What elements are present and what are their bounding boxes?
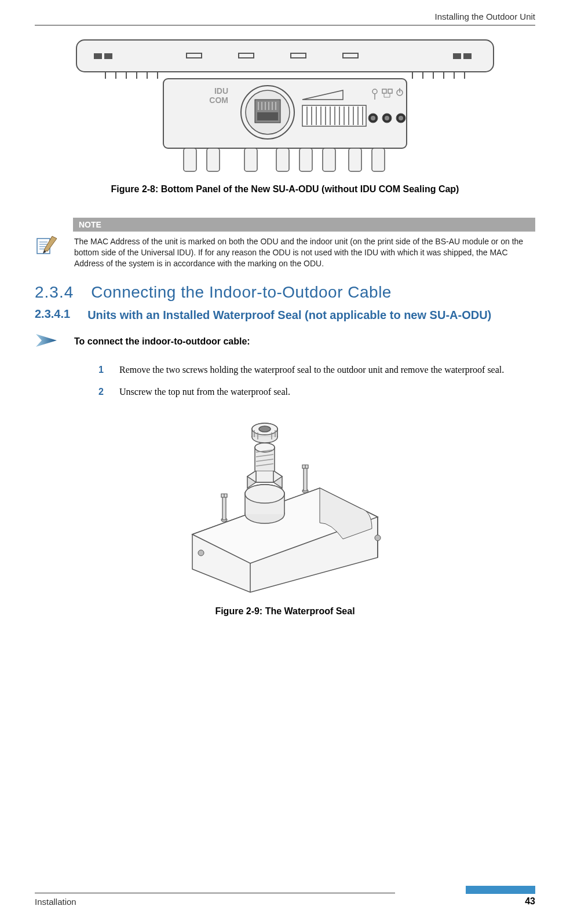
- svg-rect-25: [257, 112, 278, 120]
- svg-point-56: [371, 116, 375, 120]
- subsection-number: 2.3.4.1: [35, 307, 70, 321]
- svg-point-93: [259, 426, 271, 432]
- step-text: Remove the two screws holding the waterp…: [119, 363, 535, 377]
- svg-rect-66: [323, 148, 335, 171]
- step-text: Unscrew the top nut from the waterproof …: [119, 385, 535, 399]
- subsection-title: Units with an Installed Waterproof Seal …: [87, 307, 491, 322]
- section-2-3-4-1-heading: 2.3.4.1 Units with an Installed Waterpro…: [35, 307, 535, 322]
- figure-2-9-caption: Figure 2-9: The Waterproof Seal: [35, 606, 535, 617]
- step-2: 2 Unscrew the top nut from the waterproo…: [98, 385, 535, 399]
- page-number: 43: [395, 894, 535, 907]
- svg-point-80: [198, 550, 204, 556]
- svg-rect-65: [299, 148, 312, 171]
- svg-point-83: [245, 485, 284, 503]
- note-text: The MAC Address of the unit is marked on…: [73, 232, 535, 269]
- svg-rect-61: [184, 148, 196, 171]
- idu-label-2: COM: [209, 96, 228, 105]
- footer-rule: [35, 893, 395, 893]
- arrow-icon: [35, 332, 64, 351]
- svg-point-58: [385, 116, 389, 120]
- svg-rect-62: [207, 148, 220, 171]
- note-header: NOTE: [73, 218, 535, 232]
- figure-2-8: IDU COM: [35, 37, 535, 195]
- svg-rect-0: [76, 40, 494, 72]
- footer-accent-bar: [466, 886, 535, 894]
- svg-rect-8: [463, 53, 472, 59]
- svg-rect-75: [222, 497, 226, 520]
- step-1: 1 Remove the two screws holding the wate…: [98, 363, 535, 377]
- figure-2-8-caption: Figure 2-8: Bottom Panel of the New SU-A…: [35, 184, 535, 195]
- svg-point-60: [399, 116, 403, 120]
- figure-2-9: Figure 2-9: The Waterproof Seal: [35, 407, 535, 617]
- svg-point-81: [375, 535, 381, 541]
- idu-label-1: IDU: [214, 86, 228, 96]
- note-block: NOTE The MAC Address of the unit is mark…: [35, 218, 535, 269]
- section-2-3-4-heading: 2.3.4 Connecting the Indoor-to-Outdoor C…: [35, 283, 535, 302]
- section-title: Connecting the Indoor-to-Outdoor Cable: [91, 283, 392, 302]
- procedure-title: To connect the indoor-to-outdoor cable:: [74, 336, 250, 347]
- svg-rect-7: [453, 53, 461, 59]
- waterproof-seal-illustration: [169, 407, 401, 598]
- header-rule: [35, 25, 535, 25]
- note-icon: [35, 218, 64, 259]
- page-footer: Installation 43: [35, 886, 535, 907]
- odu-bottom-panel-illustration: IDU COM: [71, 37, 499, 176]
- svg-rect-63: [244, 148, 257, 171]
- step-number: 1: [98, 363, 109, 377]
- footer-section-name: Installation: [35, 897, 395, 907]
- svg-rect-68: [372, 148, 385, 171]
- svg-rect-1: [94, 53, 102, 59]
- svg-rect-64: [276, 148, 289, 171]
- step-number: 2: [98, 385, 109, 399]
- svg-rect-78: [304, 468, 307, 491]
- section-number: 2.3.4: [35, 283, 74, 302]
- procedure-header: To connect the indoor-to-outdoor cable:: [35, 332, 535, 351]
- svg-rect-67: [349, 148, 361, 171]
- svg-rect-2: [104, 53, 112, 59]
- chapter-title: Installing the Outdoor Unit: [35, 12, 535, 25]
